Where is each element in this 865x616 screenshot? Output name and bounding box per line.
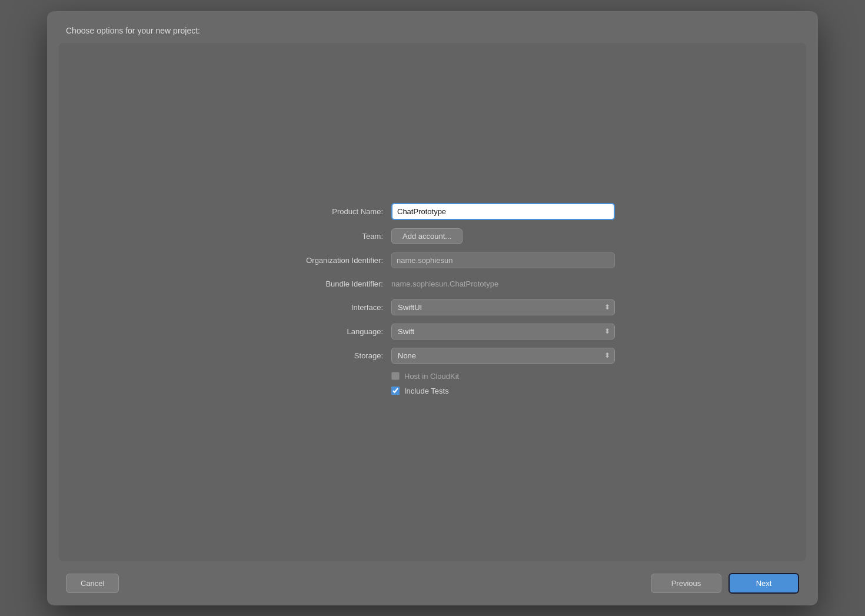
interface-select[interactable]: SwiftUI Storyboard [391,299,615,315]
bundle-identifier-row: Bundle Identifier: name.sophiesun.ChatPr… [250,277,615,291]
previous-button[interactable]: Previous [651,574,721,593]
form-container: Product Name: Team: Add account... Organ… [250,203,615,401]
footer-right: Previous Next [651,573,799,594]
dialog-header: Choose options for your new project: [47,11,818,43]
include-tests-row: Include Tests [250,387,615,395]
storage-select[interactable]: None Core Data CloudKit [391,348,615,364]
host-cloudkit-row: Host in CloudKit [250,372,615,381]
team-label: Team: [250,232,391,241]
product-name-input[interactable] [391,203,615,220]
cancel-button[interactable]: Cancel [66,574,119,593]
language-row: Language: Swift Objective-C ⬍ [250,324,615,339]
language-label: Language: [250,327,391,336]
host-cloudkit-label[interactable]: Host in CloudKit [391,372,459,381]
storage-label: Storage: [250,351,391,360]
next-button[interactable]: Next [728,573,799,594]
include-tests-label[interactable]: Include Tests [391,387,449,395]
org-identifier-row: Organization Identifier: [250,252,615,268]
dialog-footer: Cancel Previous Next [47,561,818,605]
storage-select-wrapper: None Core Data CloudKit ⬍ [391,348,615,364]
interface-row: Interface: SwiftUI Storyboard ⬍ [250,299,615,315]
product-name-label: Product Name: [250,207,391,216]
include-tests-checkbox[interactable] [391,387,400,395]
team-row: Team: Add account... [250,228,615,244]
add-account-button[interactable]: Add account... [391,228,463,244]
bundle-identifier-label: Bundle Identifier: [250,279,391,288]
new-project-dialog: Choose options for your new project: Pro… [47,11,818,605]
interface-select-wrapper: SwiftUI Storyboard ⬍ [391,299,615,315]
storage-row: Storage: None Core Data CloudKit ⬍ [250,348,615,364]
host-cloudkit-text: Host in CloudKit [404,372,459,381]
host-cloudkit-checkbox[interactable] [391,372,400,380]
dialog-header-text: Choose options for your new project: [66,26,200,35]
dialog-body: Product Name: Team: Add account... Organ… [59,43,806,561]
interface-label: Interface: [250,303,391,312]
product-name-row: Product Name: [250,203,615,220]
bundle-identifier-value: name.sophiesun.ChatPrototype [391,277,615,291]
language-select-wrapper: Swift Objective-C ⬍ [391,324,615,339]
footer-left: Cancel [66,574,119,593]
language-select[interactable]: Swift Objective-C [391,324,615,339]
org-identifier-label: Organization Identifier: [250,256,391,265]
include-tests-text: Include Tests [404,387,449,395]
org-identifier-input[interactable] [391,252,615,268]
